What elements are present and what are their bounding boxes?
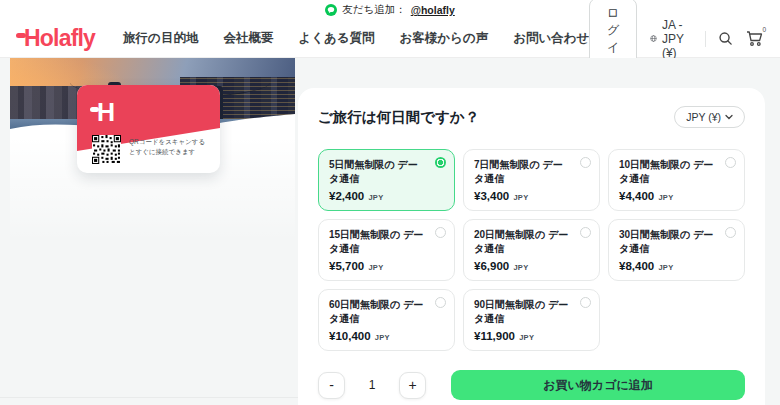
plan-option[interactable]: 60日間無制限の データ通信 ¥10,400 JPY xyxy=(318,289,455,351)
plan-option[interactable]: 20日間無制限の データ通信 ¥6,900 JPY xyxy=(463,219,600,281)
plan-title: 90日間無制限の データ通信 xyxy=(474,298,589,325)
plan-radio[interactable] xyxy=(580,297,591,308)
quantity-value: 1 xyxy=(345,378,399,392)
quantity-increase-button[interactable]: + xyxy=(399,372,426,399)
plan-price-currency: JPY xyxy=(375,333,390,342)
plan-price-amount: ¥11,900 xyxy=(474,330,518,342)
plan-grid: 5日間無制限の データ通信 ¥2,400 JPY 7日間無制限の データ通信 ¥… xyxy=(318,149,745,351)
cart-icon xyxy=(746,30,764,47)
plan-radio[interactable] xyxy=(435,157,446,168)
line-add-friend-label: 友だち追加： xyxy=(342,3,406,17)
plan-price-amount: ¥6,900 xyxy=(474,260,512,272)
plan-price-amount: ¥2,400 xyxy=(329,190,367,202)
qr-code xyxy=(92,135,121,164)
plan-price: ¥10,400 JPY xyxy=(329,330,444,342)
plan-title: 5日間無制限の データ通信 xyxy=(329,158,444,185)
plan-price-currency: JPY xyxy=(368,193,383,202)
line-handle-link[interactable]: @holafly xyxy=(411,4,455,16)
nav-item-5[interactable]: お問い合わせ xyxy=(513,30,589,47)
quantity-decrease-button[interactable]: - xyxy=(318,372,345,399)
locale-selector[interactable]: JA - JPY (¥) xyxy=(650,18,692,60)
plan-option[interactable]: 15日間無制限の データ通信 ¥5,700 JPY xyxy=(318,219,455,281)
plan-price-currency: JPY xyxy=(513,263,528,272)
nav-item-2[interactable]: 会社概要 xyxy=(223,30,273,47)
plan-radio[interactable] xyxy=(435,227,446,238)
logo-wordmark: Holafly xyxy=(24,27,95,50)
plan-price-currency: JPY xyxy=(368,263,383,272)
plan-price-currency: JPY xyxy=(519,333,534,342)
plan-title: 15日間無制限の データ通信 xyxy=(329,228,444,255)
esim-card-graphic: H QRコードをスキャンするとすぐに接続できます xyxy=(77,85,220,173)
plan-title: 7日間無制限の データ通信 xyxy=(474,158,589,185)
main-navigation: Holafly 旅行の目的地会社概要よくある質問お客様からの声お問い合わせ ログ… xyxy=(0,20,780,58)
plan-title: 10日間無制限の データ通信 xyxy=(619,158,734,185)
chevron-down-icon xyxy=(725,114,733,120)
nav-item-4[interactable]: お客様からの声 xyxy=(400,30,489,47)
search-icon xyxy=(718,31,733,46)
locale-label: JA - JPY (¥) xyxy=(662,18,692,60)
plan-radio[interactable] xyxy=(725,157,736,168)
plan-option[interactable]: 5日間無制限の データ通信 ¥2,400 JPY xyxy=(318,149,455,211)
plan-radio[interactable] xyxy=(580,157,591,168)
plan-price-currency: JPY xyxy=(513,193,528,202)
plan-title: 20日間無制限の データ通信 xyxy=(474,228,589,255)
plan-price-amount: ¥3,400 xyxy=(474,190,512,202)
main-content: H QRコードをスキャンするとすぐに接続できます xyxy=(0,58,780,405)
plan-price: ¥8,400 JPY xyxy=(619,260,734,272)
plan-price: ¥2,400 JPY xyxy=(329,190,444,202)
plan-option[interactable]: 30日間無制限の データ通信 ¥8,400 JPY xyxy=(608,219,745,281)
plan-price-amount: ¥10,400 xyxy=(329,330,374,342)
plan-radio[interactable] xyxy=(580,227,591,238)
plan-option[interactable]: 10日間無制限の データ通信 ¥4,400 JPY xyxy=(608,149,745,211)
cart-count-badge: 0 xyxy=(762,26,766,33)
plan-price: ¥6,900 JPY xyxy=(474,260,589,272)
globe-icon xyxy=(650,31,657,46)
plan-radio[interactable] xyxy=(725,227,736,238)
nav-item-1[interactable]: 旅行の目的地 xyxy=(123,30,198,47)
qr-caption: QRコードをスキャンするとすぐに接続できます xyxy=(129,137,211,157)
currency-label: JPY (¥) xyxy=(686,111,721,123)
nav-menu: 旅行の目的地会社概要よくある質問お客様からの声お問い合わせ xyxy=(123,30,589,47)
plan-price-currency: JPY xyxy=(658,193,673,202)
plan-radio[interactable] xyxy=(435,297,446,308)
holafly-h-icon: H xyxy=(90,100,115,125)
plan-title: 30日間無制限の データ通信 xyxy=(619,228,734,255)
plan-price: ¥4,400 JPY xyxy=(619,190,734,202)
panel-title: ご旅行は何日間ですか？ xyxy=(318,108,479,127)
plan-price: ¥11,900 JPY xyxy=(474,330,589,342)
purchase-controls: - 1 + お買い物カゴに追加 xyxy=(318,370,745,400)
panel-header: ご旅行は何日間ですか？ JPY (¥) xyxy=(318,106,745,128)
search-button[interactable] xyxy=(718,31,733,46)
plan-price-amount: ¥8,400 xyxy=(619,260,657,272)
plan-price-currency: JPY xyxy=(658,263,673,272)
plan-option[interactable]: 7日間無制限の データ通信 ¥3,400 JPY xyxy=(463,149,600,211)
plan-price-amount: ¥5,700 xyxy=(329,260,367,272)
nav-item-3[interactable]: よくある質問 xyxy=(298,30,374,47)
add-to-cart-button[interactable]: お買い物カゴに追加 xyxy=(451,370,745,400)
holafly-logo[interactable]: Holafly xyxy=(16,27,95,50)
plan-price: ¥5,700 JPY xyxy=(329,260,444,272)
plan-price-amount: ¥4,400 xyxy=(619,190,657,202)
plan-price: ¥3,400 JPY xyxy=(474,190,589,202)
cart-button[interactable]: 0 xyxy=(746,30,764,47)
currency-selector[interactable]: JPY (¥) xyxy=(674,106,745,128)
plan-option[interactable]: 90日間無制限の データ通信 ¥11,900 JPY xyxy=(463,289,600,351)
line-app-icon xyxy=(325,4,337,16)
plan-title: 60日間無制限の データ通信 xyxy=(329,298,444,325)
h-letter: H xyxy=(97,100,115,125)
plan-selection-panel: ご旅行は何日間ですか？ JPY (¥) 5日間無制限の データ通信 ¥2,400… xyxy=(298,88,765,405)
